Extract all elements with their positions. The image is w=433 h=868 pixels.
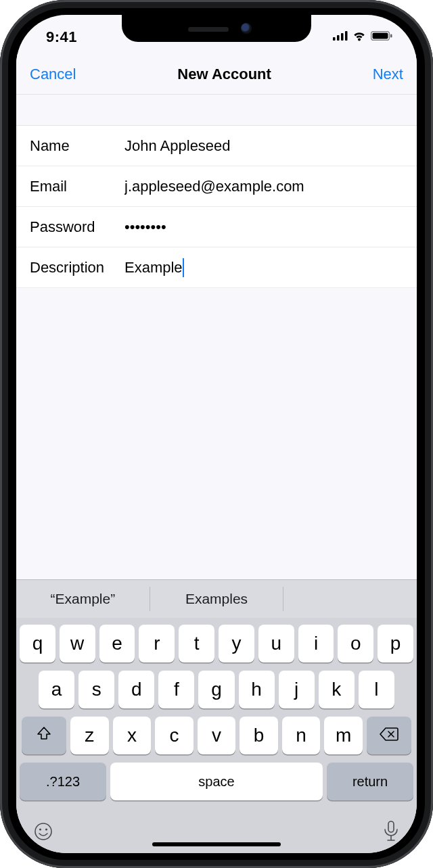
suggestion-2[interactable]: Examples	[150, 580, 283, 618]
keyboard: “Example” Examples qwertyuiop asdfghjkl …	[16, 579, 417, 853]
svg-rect-3	[345, 31, 348, 41]
key-p[interactable]: p	[378, 625, 413, 662]
return-key[interactable]: return	[327, 763, 413, 800]
key-f[interactable]: f	[158, 671, 194, 708]
svg-rect-2	[341, 33, 344, 41]
key-e[interactable]: e	[99, 625, 135, 662]
wifi-icon	[352, 30, 367, 44]
svg-point-7	[35, 823, 51, 840]
key-o[interactable]: o	[338, 625, 373, 662]
space-key[interactable]: space	[110, 763, 323, 800]
password-label: Password	[30, 218, 124, 236]
form-row-name: Name	[16, 126, 417, 166]
svg-rect-10	[388, 821, 394, 832]
svg-point-8	[39, 828, 41, 830]
key-z[interactable]: z	[70, 717, 109, 754]
nav-bar: Cancel New Account Next	[16, 54, 417, 95]
name-field[interactable]	[124, 137, 403, 155]
key-i[interactable]: i	[298, 625, 334, 662]
email-label: Email	[30, 178, 124, 195]
key-l[interactable]: l	[359, 671, 394, 708]
key-v[interactable]: v	[198, 717, 236, 754]
key-y[interactable]: y	[219, 625, 254, 662]
key-q[interactable]: q	[20, 625, 55, 662]
key-c[interactable]: c	[155, 717, 193, 754]
key-s[interactable]: s	[78, 671, 114, 708]
backspace-key[interactable]	[367, 717, 411, 754]
suggestion-1[interactable]: “Example”	[16, 580, 150, 618]
key-j[interactable]: j	[279, 671, 315, 708]
form-row-email: Email	[16, 166, 417, 207]
page-title: New Account	[177, 66, 271, 83]
shift-icon	[36, 725, 52, 746]
account-form: Name Email Password Description Example	[16, 126, 417, 288]
notch	[122, 15, 311, 42]
dictation-key[interactable]	[382, 820, 401, 846]
form-row-description: Description Example	[16, 247, 417, 288]
key-x[interactable]: x	[113, 717, 152, 754]
key-r[interactable]: r	[139, 625, 175, 662]
description-field[interactable]	[124, 259, 403, 276]
svg-rect-0	[333, 37, 336, 41]
svg-rect-1	[337, 35, 340, 41]
key-w[interactable]: w	[60, 625, 95, 662]
status-time: 9:41	[46, 28, 77, 46]
suggestion-3[interactable]	[283, 580, 417, 618]
name-label: Name	[30, 137, 124, 155]
key-a[interactable]: a	[39, 671, 74, 708]
svg-rect-6	[390, 34, 392, 38]
key-k[interactable]: k	[319, 671, 355, 708]
key-t[interactable]: t	[179, 625, 214, 662]
key-d[interactable]: d	[118, 671, 154, 708]
home-indicator[interactable]	[152, 842, 281, 846]
key-m[interactable]: m	[324, 717, 363, 754]
form-row-password: Password	[16, 207, 417, 247]
svg-point-9	[45, 828, 47, 830]
suggestion-bar: “Example” Examples	[16, 580, 417, 618]
email-field[interactable]	[124, 178, 403, 195]
battery-icon	[371, 31, 392, 43]
numbers-key[interactable]: .?123	[20, 763, 106, 800]
key-u[interactable]: u	[258, 625, 294, 662]
screen: 9:41 Cancel New Account Next Name Email	[16, 15, 417, 853]
svg-rect-5	[373, 33, 388, 39]
key-h[interactable]: h	[239, 671, 275, 708]
key-g[interactable]: g	[198, 671, 234, 708]
shift-key[interactable]	[22, 717, 66, 754]
key-b[interactable]: b	[240, 717, 278, 754]
next-button[interactable]: Next	[373, 66, 403, 83]
text-cursor	[183, 258, 184, 277]
cellular-icon	[333, 31, 348, 43]
password-field[interactable]	[124, 218, 403, 236]
key-n[interactable]: n	[282, 717, 321, 754]
description-label: Description	[30, 259, 124, 276]
section-gap	[16, 95, 417, 126]
cancel-button[interactable]: Cancel	[30, 66, 76, 83]
backspace-icon	[380, 725, 398, 746]
emoji-key[interactable]	[32, 821, 54, 845]
